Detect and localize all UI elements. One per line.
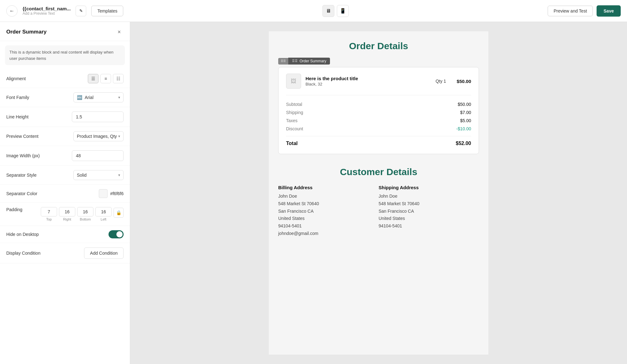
billing-zip: 94104-5401: [278, 222, 379, 230]
shipping-name: John Doe: [379, 193, 479, 200]
billing-street: 548 Market St 70640: [278, 200, 379, 208]
image-width-input[interactable]: [72, 150, 124, 161]
separator-style-label: Separator Style: [6, 173, 37, 178]
desktop-device-button[interactable]: 🖥: [322, 5, 334, 17]
padding-right-block: Right: [59, 207, 75, 221]
separator-style-row: Separator Style Solid ▾: [0, 166, 130, 185]
total-line: Total $52.00: [286, 136, 471, 148]
alignment-buttons: ☰ ≡ ☷: [88, 74, 124, 83]
chevron-down-icon: ▾: [118, 95, 120, 100]
sidebar-header: Order Summary ×: [0, 22, 130, 41]
image-width-row: Image Width (px): [0, 146, 130, 166]
shipping-address-block: Shipping Address John Doe 548 Market St …: [379, 185, 479, 237]
edit-title-button[interactable]: ✎: [76, 6, 86, 16]
subtotal-value: $50.00: [458, 102, 471, 107]
billing-country: United States: [278, 215, 379, 222]
shipping-street: 548 Market St 70640: [379, 200, 479, 208]
total-label: Total: [286, 141, 298, 146]
discount-label: Discount: [286, 126, 303, 131]
separator-style-select[interactable]: Solid ▾: [73, 170, 124, 180]
font-family-value: Arial: [85, 95, 93, 100]
display-condition-row: Display Condition Add Condition: [0, 243, 130, 263]
toggle-knob: [116, 231, 123, 237]
customer-section-title: Customer Details: [269, 160, 488, 185]
shipping-country: United States: [379, 215, 479, 222]
product-title: Here is the product title: [306, 76, 431, 81]
total-value: $52.00: [456, 141, 471, 146]
align-center-button[interactable]: ≡: [100, 74, 111, 83]
topbar-right: Preview and Test Save: [548, 5, 621, 17]
subtotal-line: Subtotal $50.00: [286, 100, 471, 108]
preview-content-label: Preview Content: [6, 134, 39, 139]
padding-lock-button[interactable]: 🔒: [114, 208, 124, 218]
font-family-label: Font Family: [6, 95, 29, 100]
chevron-down-icon: ▾: [118, 134, 120, 138]
topbar: ← {{contact_first_nam... Add a Preview T…: [0, 0, 627, 22]
hide-desktop-toggle[interactable]: [109, 230, 124, 238]
block-handle[interactable]: ⠿⠿: [278, 58, 288, 65]
padding-top-label: Top: [46, 217, 52, 221]
discount-line: Discount -$10.00: [286, 125, 471, 133]
padding-label: Padding: [6, 207, 22, 212]
mobile-device-button[interactable]: 📱: [337, 5, 349, 17]
sidebar-panel: Order Summary × This is a dynamic block …: [0, 22, 130, 364]
shipping-city: San Francisco CA: [379, 208, 479, 215]
padding-inputs: Top Right Bottom Left 🔒: [41, 207, 124, 221]
close-button[interactable]: ×: [115, 28, 124, 36]
shipping-value: $7.00: [460, 110, 471, 115]
taxes-label: Taxes: [286, 118, 298, 123]
order-card: 🖼 Here is the product title Black, 32 Qt…: [278, 67, 479, 154]
back-button[interactable]: ←: [6, 5, 18, 17]
padding-row: Padding Top Right Bottom Left: [0, 203, 130, 226]
mobile-icon: 📱: [340, 8, 346, 14]
product-variant: Black, 32: [306, 82, 431, 86]
line-height-input[interactable]: [72, 112, 124, 122]
billing-heading: Billing Address: [278, 185, 379, 190]
color-swatch[interactable]: [99, 189, 108, 198]
product-info: Here is the product title Black, 32: [306, 76, 431, 86]
image-width-label: Image Width (px): [6, 153, 40, 158]
address-grid: Billing Address John Doe 548 Market St 7…: [269, 185, 488, 247]
billing-city: San Francisco CA: [278, 208, 379, 215]
color-value: #f6f6f6: [110, 191, 124, 196]
grid-icon: ⠿⠿: [292, 59, 298, 63]
align-left-button[interactable]: ☰: [88, 74, 98, 83]
align-right-button[interactable]: ☷: [113, 74, 124, 83]
taxes-value: $5.00: [460, 118, 471, 123]
product-image: 🖼: [286, 74, 301, 89]
billing-address-block: Billing Address John Doe 548 Market St 7…: [278, 185, 379, 237]
topbar-left: ← {{contact_first_nam... Add a Preview T…: [6, 5, 123, 17]
separator-color-row: Separator Color #f6f6f6: [0, 185, 130, 203]
taxes-line: Taxes $5.00: [286, 117, 471, 125]
templates-button[interactable]: Templates: [91, 6, 123, 16]
billing-email: johndoe@gmail.com: [278, 230, 379, 237]
product-price: $50.00: [457, 79, 471, 84]
line-height-label: Line Height: [6, 114, 29, 119]
display-condition-label: Display Condition: [6, 251, 40, 256]
padding-top-input[interactable]: [41, 207, 57, 216]
qty-value: 1: [444, 79, 446, 84]
padding-bottom-label: Bottom: [80, 217, 91, 221]
preview-and-test-button[interactable]: Preview and Test: [548, 6, 593, 16]
padding-top-block: Top: [41, 207, 57, 221]
add-condition-button[interactable]: Add Condition: [84, 247, 124, 259]
padding-bottom-input[interactable]: [77, 207, 93, 216]
save-button[interactable]: Save: [597, 5, 621, 17]
separator-color-label: Separator Color: [6, 191, 37, 196]
preview-content-select[interactable]: Product Images, Qty ▾: [73, 131, 124, 141]
discount-value: -$10.00: [456, 126, 471, 131]
preview-content-value: Product Images, Qty: [77, 134, 117, 139]
padding-right-input[interactable]: [59, 207, 75, 216]
billing-name: John Doe: [278, 193, 379, 200]
padding-left-label: Left: [101, 217, 106, 221]
dynamic-notice: This is a dynamic block and real content…: [5, 45, 125, 65]
order-section-title: Order Details: [269, 31, 488, 58]
font-family-select[interactable]: 🔤 Arial ▾: [73, 92, 124, 102]
page-subtitle: Add a Preview Text: [23, 11, 71, 16]
padding-right-label: Right: [63, 217, 71, 221]
preview-content-row: Preview Content Product Images, Qty ▾: [0, 127, 130, 146]
block-label-bar: ⠿⠿ ⠿⠿ Order Summary: [278, 58, 488, 65]
alignment-label: Alignment: [6, 76, 26, 81]
sidebar-title: Order Summary: [6, 29, 47, 35]
padding-left-input[interactable]: [95, 207, 112, 216]
